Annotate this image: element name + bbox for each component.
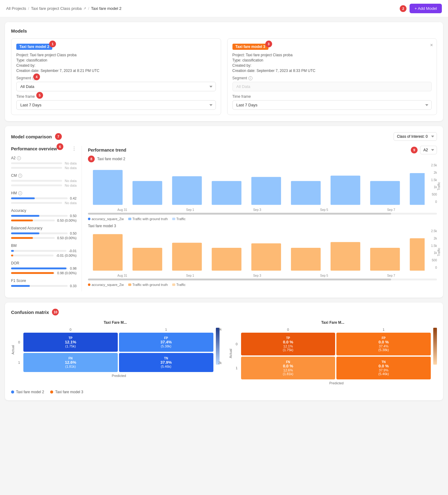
comparison-body: Performance overview 6 ⋮ A2 i No data <box>11 146 437 291</box>
breadcrumb-sep1: / <box>28 6 29 11</box>
section-title-models: Models <box>11 28 437 34</box>
metric-a2-orange-val: No data <box>65 166 77 170</box>
cm1-fp: FP 37.4% (5.38k) <box>119 333 213 352</box>
badge-7: 7 <box>55 133 62 140</box>
svg-rect-15 <box>331 242 360 271</box>
menu-icon[interactable]: ⋮ <box>72 146 77 152</box>
cm1-tn: TN 37.9% (5.46k) <box>119 353 213 372</box>
model2-created: Created by: <box>232 63 432 68</box>
model1-timeframe-select[interactable]: Last 7 Days <box>16 100 216 110</box>
metric-selector[interactable]: A2 <box>420 146 437 154</box>
metric-balanced-accuracy: Balanced Accuracy 0.50 0.50 (0.00%) <box>11 226 77 240</box>
metric-cm-info[interactable]: i <box>18 174 22 178</box>
cm-matrix-2: Taxi Fare M... Actual 0 1 0 TP <box>229 320 437 385</box>
svg-rect-0 <box>93 170 123 205</box>
metric-hm-info[interactable]: i <box>18 191 22 195</box>
model1-timeframe-label: Time frame 5 <box>16 94 216 99</box>
badge-4: 4 <box>33 73 40 80</box>
metric-bm-blue-val: -0.01 <box>69 249 77 253</box>
trend-legend-model3: accuracy_square_Zw Traffic with ground t… <box>88 283 437 287</box>
metric-cm: CM i No data No data <box>11 173 77 187</box>
top-bar: All Projects / Taxi fare project Class p… <box>0 0 448 17</box>
add-model-badge: 2 <box>400 5 406 12</box>
svg-rect-14 <box>291 248 321 271</box>
metric-a2-blue-val: No data <box>65 161 77 165</box>
metric-bal-blue-val: 0.50 <box>70 232 77 235</box>
class-of-interest-select[interactable]: Class of Interest: 0 <box>394 132 437 141</box>
metric-a2-info[interactable]: i <box>17 156 21 160</box>
badge-5: 5 <box>36 92 43 99</box>
metric-accuracy: Accuracy 0.50 0.50 (0.00%) <box>11 208 77 222</box>
model2-timeframe-select[interactable]: Last 7 Days <box>232 100 432 110</box>
metric-acc-blue-val: 0.50 <box>70 214 77 218</box>
model1-date: Creation date: September 7, 2023 at 8:21… <box>16 69 216 73</box>
model2-segment-select[interactable]: All Data <box>232 82 432 91</box>
metric-hm-blue-val: 0.42 <box>70 196 77 200</box>
comparison-header: Model comparison 7 Class of Interest: 0 <box>11 132 437 141</box>
model1-created: Created by: <box>16 63 216 68</box>
metric-hm-orange-val: No data <box>65 201 77 205</box>
trend-model3: Taxi fare model 3 2.5k2k1.5k1k5000 Traff… <box>88 224 437 287</box>
trend-legend-model2: accuracy_square_Zw Traffic with ground t… <box>88 217 437 221</box>
badge-8: 8 <box>88 156 95 162</box>
svg-rect-11 <box>172 243 202 271</box>
main-content: Models Taxi fare model 2 1 Project: Taxi… <box>0 17 448 405</box>
metric-cm-blue-val: No data <box>65 179 77 183</box>
cm-title: Confusion matrix <box>11 310 49 315</box>
metric-dor-orange-val: 0.98 (0.00%) <box>57 271 77 275</box>
breadcrumb-link-icon: ↗ <box>83 6 86 10</box>
cm2-tn: TN 0.0 % 37.9%(5.46k) <box>336 357 431 379</box>
svg-rect-16 <box>370 248 400 271</box>
badge-9: 9 <box>411 147 418 153</box>
svg-rect-1 <box>133 181 162 205</box>
trend-model2: 8 Taxi fare model 2 2.5k2k1.5k1k5000 Tra… <box>88 156 437 221</box>
breadcrumb: All Projects / Taxi fare project Class p… <box>6 6 121 11</box>
model-card-1: Taxi fare model 2 1 Project: Taxi fare p… <box>11 38 221 115</box>
breadcrumb-current: Taxi fare model 2 <box>91 6 121 11</box>
model-card-2: × Taxi fare model 3 3 Project: Taxi fare… <box>227 38 437 115</box>
metric-f1: F1 Score 0.33 <box>11 279 77 288</box>
svg-rect-3 <box>212 181 242 205</box>
models-grid: Taxi fare model 2 1 Project: Taxi fare p… <box>11 38 437 115</box>
metric-hm-name: HM <box>11 191 17 195</box>
performance-overview: Performance overview 6 ⋮ A2 i No data <box>11 146 82 291</box>
badge-1: 1 <box>49 41 56 47</box>
cm2-fp: FP 0.0 % 37.4%(5.38k) <box>336 333 431 355</box>
svg-rect-12 <box>212 248 242 271</box>
model2-segment-group: Segment i All Data <box>232 76 432 91</box>
metric-cm-orange-val: No data <box>65 184 77 187</box>
segment2-info-icon[interactable]: i <box>248 76 252 80</box>
cm-matrix1-title: Taxi Fare M... <box>11 320 220 325</box>
model1-segment-label: Segment 4 i <box>16 76 216 80</box>
model2-project: Project: Taxi fare project Class proba <box>232 53 432 57</box>
model1-type: Type: classification <box>16 58 216 62</box>
cm2-fn: FN 0.0 % 12.6%(1.81k) <box>241 357 335 379</box>
metric-a2-name: A2 <box>11 156 16 160</box>
breadcrumb-sep2: / <box>88 6 89 11</box>
model1-project: Project: Taxi fare project Class proba <box>16 53 216 57</box>
svg-rect-13 <box>251 243 281 271</box>
model2-timeframe-label: Time frame <box>232 94 432 99</box>
metric-a2: A2 i No data No data <box>11 156 77 170</box>
cm2-tp: TP 0.0 % 12.1%(1.75k) <box>241 333 335 355</box>
model2-timeframe-group: Time frame Last 7 Days <box>232 94 432 110</box>
metric-bm-orange-val: -0.01 (0.00%) <box>56 254 77 257</box>
badge-3: 3 <box>265 41 272 47</box>
breadcrumb-all-projects[interactable]: All Projects <box>6 6 26 11</box>
svg-rect-2 <box>172 176 202 205</box>
model1-segment-select[interactable]: All Data <box>16 82 216 91</box>
svg-rect-5 <box>291 181 321 205</box>
cm-body: Taxi Fare M... Actual 0 1 0 <box>11 320 437 385</box>
trend-model3-name: Taxi fare model 3 <box>88 224 437 228</box>
model-comparison-section: Model comparison 7 Class of Interest: 0 … <box>5 126 443 298</box>
model1-segment-group: Segment 4 i All Data <box>16 76 216 91</box>
breadcrumb-project[interactable]: Taxi fare project Class proba <box>31 6 82 11</box>
svg-rect-9 <box>93 234 123 271</box>
model2-segment-label: Segment i <box>232 76 432 80</box>
model1-tag: Taxi fare model 2 <box>16 44 52 50</box>
close-button[interactable]: × <box>430 42 433 48</box>
metric-hm: HM i 0.42 No data <box>11 191 77 205</box>
cm-matrix2-title: Taxi Fare M... <box>229 320 437 325</box>
comparison-title: Model comparison <box>11 134 52 139</box>
add-model-button[interactable]: + Add Model <box>410 4 442 13</box>
